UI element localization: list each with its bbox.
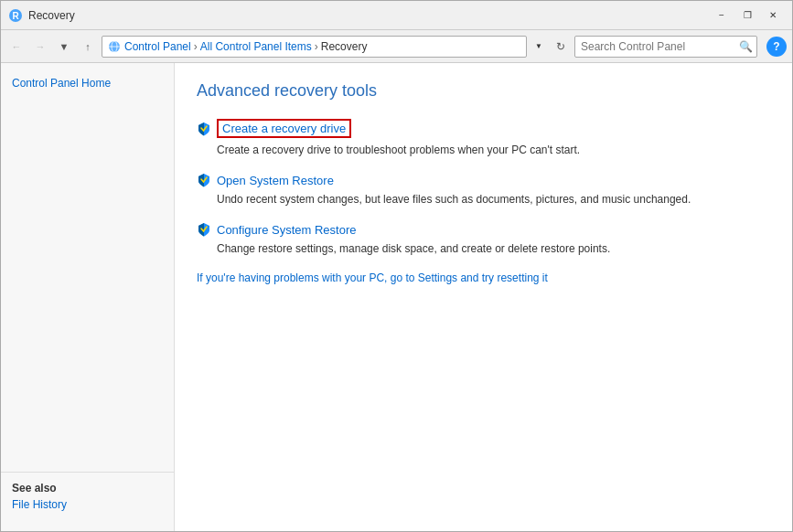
dropdown-arrow-button[interactable]: ▼ (54, 37, 74, 57)
sidebar-see-also-section: See also File History (1, 472, 174, 520)
sidebar-control-panel-home[interactable]: Control Panel Home (1, 74, 174, 92)
recovery-window: R Recovery − ❐ ✕ ← → ▼ ↑ Control Panel ›… (0, 0, 793, 532)
sidebar-file-history-link[interactable]: File History (12, 498, 163, 511)
globe-icon (108, 40, 121, 53)
breadcrumb-bar: Control Panel › All Control Panel Items … (102, 36, 527, 58)
up-button[interactable]: ↑ (78, 37, 98, 57)
breadcrumb-sep-2: › (315, 40, 318, 53)
title-bar: R Recovery − ❐ ✕ (1, 1, 792, 30)
reset-pc-link[interactable]: If you're having problems with your PC, … (197, 271, 548, 284)
close-button[interactable]: ✕ (761, 5, 785, 26)
forward-button[interactable]: → (30, 37, 50, 57)
address-bar: ← → ▼ ↑ Control Panel › All Control Pane… (1, 30, 792, 63)
search-icon-button[interactable]: 🔍 (734, 37, 756, 57)
main-panel: Advanced recovery tools Create a recover… (175, 63, 792, 531)
open-system-restore-desc: Undo recent system changes, but leave fi… (217, 191, 770, 207)
list-item: Configure System Restore Change restore … (197, 222, 770, 257)
open-system-restore-link[interactable]: Open System Restore (217, 174, 334, 187)
breadcrumb-sep-1: › (194, 40, 198, 53)
restore-button[interactable]: ❐ (735, 5, 759, 26)
search-box: 🔍 (574, 36, 757, 58)
breadcrumb-control-panel[interactable]: Control Panel (124, 40, 191, 53)
sidebar: Control Panel Home See also File History (1, 63, 175, 531)
window-icon: R (8, 8, 23, 23)
configure-system-restore-row: Configure System Restore (197, 222, 770, 237)
window-title: Recovery (28, 9, 710, 22)
search-input[interactable] (575, 40, 734, 53)
minimize-button[interactable]: − (710, 5, 734, 26)
breadcrumb-dropdown-button[interactable]: ▼ (530, 37, 547, 57)
sidebar-see-also-label: See also (12, 482, 163, 495)
window-controls: − ❐ ✕ (710, 5, 785, 26)
create-recovery-link[interactable]: Create a recovery drive (217, 119, 351, 138)
breadcrumb-all-items[interactable]: All Control Panel Items (200, 40, 312, 53)
create-recovery-desc: Create a recovery drive to troubleshoot … (217, 142, 770, 158)
list-item: Open System Restore Undo recent system c… (197, 173, 770, 207)
configure-system-restore-link[interactable]: Configure System Restore (217, 223, 356, 237)
refresh-button[interactable]: ↻ (551, 37, 571, 57)
section-title: Advanced recovery tools (197, 81, 770, 101)
configure-system-restore-desc: Change restore settings, manage disk spa… (217, 240, 770, 257)
shield-icon-2 (197, 173, 211, 187)
help-button[interactable]: ? (766, 37, 787, 57)
shield-icon-3 (197, 222, 211, 237)
create-recovery-row: Create a recovery drive (197, 119, 770, 138)
svg-text:R: R (12, 11, 19, 21)
open-system-restore-row: Open System Restore (197, 173, 770, 187)
breadcrumb-current: Recovery (321, 40, 368, 53)
reset-link-row: If you're having problems with your PC, … (197, 271, 770, 284)
back-button[interactable]: ← (6, 37, 27, 57)
shield-icon-1 (197, 122, 211, 136)
content-area: Control Panel Home See also File History… (1, 63, 792, 531)
list-item: Create a recovery drive Create a recover… (197, 119, 770, 158)
